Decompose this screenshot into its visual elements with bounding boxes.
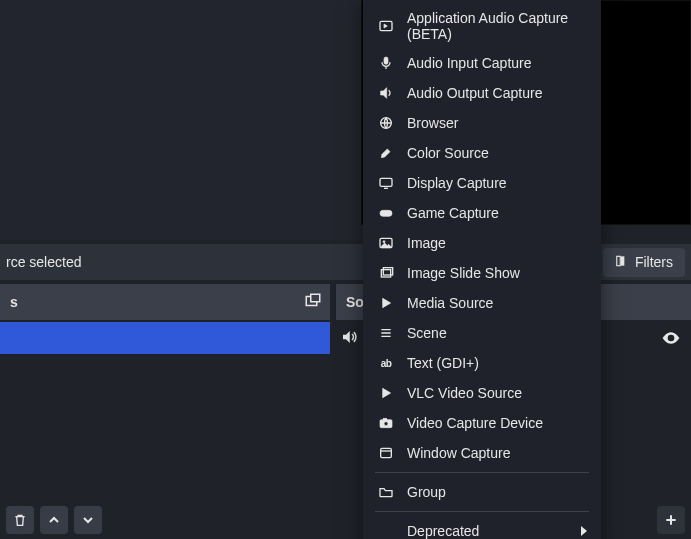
sources-title: So [346, 294, 364, 310]
menu-label: Image Slide Show [407, 265, 587, 281]
filters-button[interactable]: Filters [603, 248, 685, 277]
mixer-speaker-icon[interactable] [340, 328, 358, 346]
menu-item-app-audio[interactable]: Application Audio Capture (BETA) [363, 4, 601, 48]
menu-label: Scene [407, 325, 587, 341]
submenu-arrow-icon [581, 526, 587, 536]
svg-rect-8 [380, 178, 392, 186]
blank-icon [377, 522, 395, 539]
menu-label: Group [407, 484, 587, 500]
menu-label: Window Capture [407, 445, 587, 461]
menu-item-image-slideshow[interactable]: Image Slide Show [363, 258, 601, 288]
menu-item-browser[interactable]: Browser [363, 108, 601, 138]
scenes-title: s [10, 294, 18, 310]
menu-item-window-capture[interactable]: Window Capture [363, 438, 601, 468]
filters-label: Filters [635, 254, 673, 270]
menu-label: Display Capture [407, 175, 587, 191]
menu-label: Application Audio Capture (BETA) [407, 10, 587, 42]
menu-item-vlc[interactable]: VLC Video Source [363, 378, 601, 408]
list-icon [377, 324, 395, 342]
menu-label: Text (GDI+) [407, 355, 587, 371]
menu-item-video-capture[interactable]: Video Capture Device [363, 408, 601, 438]
mic-icon [377, 54, 395, 72]
menu-item-image[interactable]: Image [363, 228, 601, 258]
filters-icon [615, 254, 629, 271]
svg-rect-0 [617, 256, 621, 265]
speaker-icon [377, 84, 395, 102]
camera-icon [377, 414, 395, 432]
move-up-button[interactable] [40, 506, 68, 534]
menu-label: Browser [407, 115, 587, 131]
svg-rect-1 [621, 256, 625, 265]
svg-point-4 [669, 336, 672, 339]
folder-icon [377, 483, 395, 501]
gamepad-icon [377, 204, 395, 222]
monitor-icon [377, 174, 395, 192]
menu-label: Deprecated [407, 523, 569, 539]
menu-item-scene[interactable]: Scene [363, 318, 601, 348]
scene-selected-row[interactable] [0, 322, 330, 354]
menu-label: Audio Input Capture [407, 55, 587, 71]
app-audio-icon [377, 17, 395, 35]
play-icon [377, 294, 395, 312]
text-icon: ab [377, 354, 395, 372]
scenes-header[interactable]: s [0, 284, 330, 320]
menu-label: Media Source [407, 295, 587, 311]
menu-label: Video Capture Device [407, 415, 587, 431]
popout-icon[interactable] [304, 292, 322, 310]
svg-rect-3 [311, 294, 320, 302]
window-icon [377, 444, 395, 462]
visibility-toggle-icon[interactable] [661, 328, 681, 351]
svg-point-15 [384, 422, 388, 426]
svg-rect-17 [381, 448, 392, 457]
menu-item-media-source[interactable]: Media Source [363, 288, 601, 318]
menu-item-color-source[interactable]: Color Source [363, 138, 601, 168]
menu-label: Color Source [407, 145, 587, 161]
svg-point-11 [383, 241, 385, 243]
menu-label: Audio Output Capture [407, 85, 587, 101]
menu-item-audio-input[interactable]: Audio Input Capture [363, 48, 601, 78]
svg-rect-9 [380, 210, 392, 216]
globe-icon [377, 114, 395, 132]
menu-label: Game Capture [407, 205, 587, 221]
brush-icon [377, 144, 395, 162]
preview-area [0, 0, 363, 240]
menu-item-audio-output[interactable]: Audio Output Capture [363, 78, 601, 108]
svg-rect-6 [384, 57, 388, 64]
menu-item-group[interactable]: Group [363, 477, 601, 507]
move-down-button[interactable] [74, 506, 102, 534]
add-source-button[interactable] [657, 506, 685, 534]
menu-item-display-capture[interactable]: Display Capture [363, 168, 601, 198]
menu-label: VLC Video Source [407, 385, 587, 401]
status-text: rce selected [6, 254, 91, 270]
menu-separator [375, 511, 589, 512]
svg-rect-16 [383, 418, 386, 420]
menu-label: Image [407, 235, 587, 251]
delete-button[interactable] [6, 506, 34, 534]
add-source-menu: Application Audio Capture (BETA) Audio I… [363, 0, 601, 539]
menu-item-deprecated[interactable]: Deprecated [363, 516, 601, 539]
menu-separator [375, 472, 589, 473]
play-icon [377, 384, 395, 402]
menu-item-game-capture[interactable]: Game Capture [363, 198, 601, 228]
menu-item-text[interactable]: ab Text (GDI+) [363, 348, 601, 378]
image-icon [377, 234, 395, 252]
slideshow-icon [377, 264, 395, 282]
